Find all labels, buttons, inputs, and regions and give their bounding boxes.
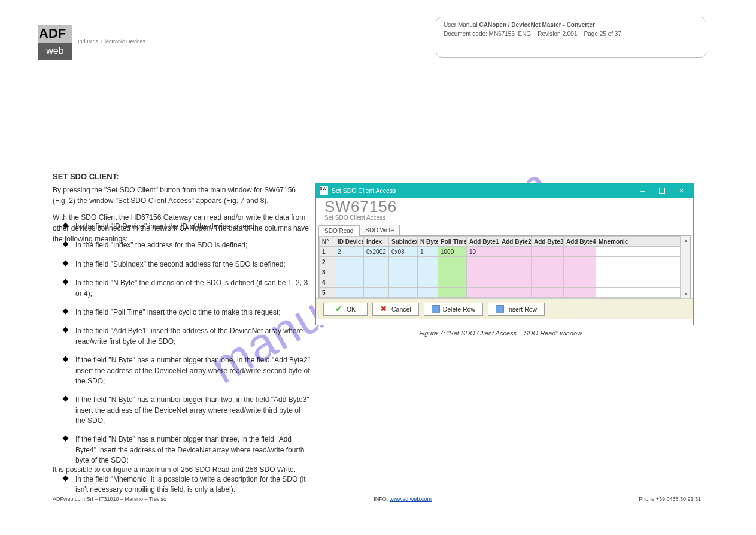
table-cell[interactable] bbox=[532, 247, 564, 257]
docinfo-product: CANopen / DeviceNet Master - Converter bbox=[479, 22, 594, 28]
ok-label: OK bbox=[347, 306, 356, 313]
table-cell[interactable] bbox=[564, 247, 596, 257]
table-cell[interactable] bbox=[389, 257, 418, 267]
scroll-down-icon[interactable]: ▾ bbox=[681, 289, 690, 298]
sdo-table[interactable]: N° ID Device Index SubIndex N Byte Poll … bbox=[319, 236, 681, 298]
table-cell[interactable] bbox=[499, 288, 532, 298]
table-cell[interactable] bbox=[364, 277, 389, 288]
col-add-byte1: Add Byte1 bbox=[467, 237, 499, 247]
bullet-item: In the field "SubIndex" the second addre… bbox=[53, 259, 310, 270]
cancel-button[interactable]: ✖ Cancel bbox=[372, 303, 419, 316]
table-row[interactable]: 4 bbox=[320, 277, 681, 288]
close-button[interactable] bbox=[672, 184, 691, 197]
table-cell[interactable] bbox=[418, 288, 438, 298]
table-cell[interactable] bbox=[532, 257, 564, 267]
insert-row-button[interactable]: Insert Row bbox=[488, 303, 545, 316]
table-cell[interactable] bbox=[596, 288, 681, 298]
bullet-item: In the field "Poll Time" insert the cycl… bbox=[53, 307, 310, 318]
footer-link[interactable]: www.adfweb.com bbox=[390, 496, 432, 502]
table-cell[interactable] bbox=[499, 257, 532, 267]
table-cell[interactable] bbox=[467, 257, 499, 267]
table-cell[interactable] bbox=[596, 267, 681, 277]
table-cell[interactable] bbox=[467, 277, 499, 288]
table-cell[interactable]: 4 bbox=[320, 277, 335, 288]
table-cell[interactable] bbox=[564, 277, 596, 288]
table-header-row: N° ID Device Index SubIndex N Byte Poll … bbox=[320, 237, 681, 247]
table-cell[interactable] bbox=[438, 277, 467, 288]
table-cell[interactable] bbox=[532, 267, 564, 277]
col-subindex: SubIndex bbox=[389, 237, 418, 247]
table-cell[interactable] bbox=[418, 257, 438, 267]
table-cell[interactable] bbox=[596, 277, 681, 288]
insert-row-label: Insert Row bbox=[507, 306, 537, 313]
table-cell[interactable] bbox=[532, 288, 564, 298]
table-row[interactable]: 120x20020x031100010 bbox=[320, 247, 681, 257]
table-cell[interactable] bbox=[335, 267, 364, 277]
col-add-byte3: Add Byte3 bbox=[532, 237, 564, 247]
table-cell[interactable] bbox=[467, 267, 499, 277]
table-cell[interactable] bbox=[364, 267, 389, 277]
table-row[interactable]: 3 bbox=[320, 267, 681, 277]
table-cell[interactable] bbox=[438, 267, 467, 277]
table-cell[interactable]: 0x03 bbox=[389, 247, 418, 257]
table-row[interactable]: 2 bbox=[320, 257, 681, 267]
ok-button[interactable]: ✔ OK bbox=[323, 303, 368, 316]
table-cell[interactable] bbox=[564, 257, 596, 267]
cross-icon: ✖ bbox=[380, 305, 388, 313]
table-cell[interactable] bbox=[335, 257, 364, 267]
figure-caption: Figure 7: "Set SDO Client Access – SDO R… bbox=[419, 330, 582, 337]
dialog-titlebar[interactable]: SW Set SDO Client Access bbox=[316, 183, 693, 198]
col-mnemonic: Mnemonic bbox=[596, 237, 681, 247]
table-cell[interactable]: 3 bbox=[320, 267, 335, 277]
dialog-title: Set SDO Client Access bbox=[332, 187, 633, 194]
table-cell[interactable]: 1 bbox=[320, 247, 335, 257]
tab-sdo-write[interactable]: SDO Write bbox=[359, 225, 400, 235]
table-cell[interactable] bbox=[499, 267, 532, 277]
table-cell[interactable] bbox=[499, 247, 532, 257]
bullet-item: If the field "N Byte" has a number bigge… bbox=[53, 395, 310, 426]
table-cell[interactable] bbox=[335, 277, 364, 288]
table-cell[interactable]: 2 bbox=[335, 247, 364, 257]
table-cell[interactable] bbox=[418, 267, 438, 277]
table-cell[interactable] bbox=[564, 288, 596, 298]
footer-info-label: INFO: bbox=[374, 496, 388, 502]
table-cell[interactable] bbox=[389, 288, 418, 298]
scrollbar[interactable]: ▴ ▾ bbox=[681, 236, 690, 298]
table-cell[interactable]: 1000 bbox=[438, 247, 467, 257]
table-row[interactable]: 5 bbox=[320, 288, 681, 298]
tab-sdo-read[interactable]: SDO Read bbox=[318, 225, 359, 236]
table-cell[interactable] bbox=[389, 267, 418, 277]
col-n: N° bbox=[320, 237, 335, 247]
table-cell[interactable] bbox=[438, 288, 467, 298]
table-cell[interactable]: 10 bbox=[467, 247, 499, 257]
table-cell[interactable] bbox=[499, 277, 532, 288]
table-cell[interactable] bbox=[364, 257, 389, 267]
table-cell[interactable]: 2 bbox=[320, 257, 335, 267]
scroll-up-icon[interactable]: ▴ bbox=[681, 236, 690, 244]
table-cell[interactable] bbox=[335, 288, 364, 298]
table-cell[interactable] bbox=[467, 288, 499, 298]
table-cell[interactable]: 1 bbox=[418, 247, 438, 257]
maximize-button[interactable] bbox=[652, 184, 672, 197]
table-cell[interactable] bbox=[438, 257, 467, 267]
delete-row-button[interactable]: Delete Row bbox=[424, 303, 483, 316]
logo-top: ADF bbox=[38, 25, 72, 43]
table-cell[interactable] bbox=[364, 288, 389, 298]
delete-row-icon bbox=[432, 305, 440, 313]
note-text: It is possible to configure a maximum of… bbox=[53, 464, 472, 475]
table-cell[interactable] bbox=[389, 277, 418, 288]
minimize-button[interactable] bbox=[633, 184, 652, 197]
table-cell[interactable]: 0x2002 bbox=[364, 247, 389, 257]
table-cell[interactable] bbox=[596, 257, 681, 267]
table-cell[interactable] bbox=[532, 277, 564, 288]
col-nbyte: N Byte bbox=[418, 237, 438, 247]
app-icon: SW bbox=[320, 186, 328, 195]
insert-row-icon bbox=[496, 305, 504, 313]
table-cell[interactable] bbox=[418, 277, 438, 288]
col-poll-time: Poll Time bbox=[438, 237, 467, 247]
table-cell[interactable]: 5 bbox=[320, 288, 335, 298]
bullet-list: In the field "ID Device" insert the ID o… bbox=[53, 222, 310, 503]
doc-info-box: User Manual CANopen / DeviceNet Master -… bbox=[436, 17, 706, 58]
table-cell[interactable] bbox=[564, 267, 596, 277]
table-cell[interactable] bbox=[596, 247, 681, 257]
